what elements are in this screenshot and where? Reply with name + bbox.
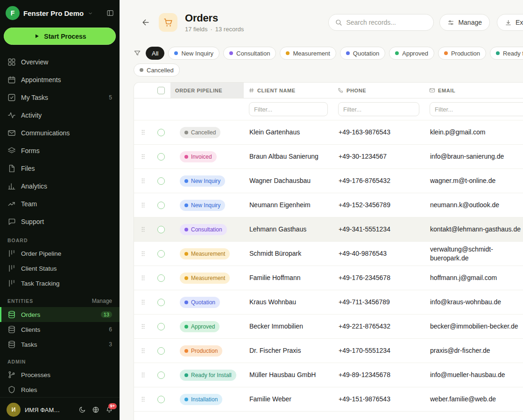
table-row[interactable]: New Inquiry Wagner Dachausbau +49-176-87… — [134, 169, 523, 193]
row-checkbox[interactable] — [157, 347, 165, 355]
export-button[interactable]: Export — [497, 14, 523, 31]
avatar[interactable]: И — [7, 403, 21, 417]
table-row[interactable]: Ready for Install Müller Hausbau GmbH +4… — [134, 363, 523, 387]
sidebar-item-team[interactable]: Team — [0, 195, 120, 213]
status-badge[interactable]: Measurement — [180, 273, 230, 284]
table-row[interactable]: Production Dr. Fischer Praxis +49-170-55… — [134, 339, 523, 363]
row-checkbox[interactable] — [157, 202, 165, 209]
row-checkbox[interactable] — [157, 371, 165, 379]
sidebar-item-order-pipeline[interactable]: Order Pipeline — [0, 246, 120, 261]
table-row[interactable]: Measurement Schmidt Büropark +49-40-9876… — [134, 242, 523, 266]
drag-handle[interactable] — [134, 274, 152, 281]
column-header-phone[interactable]: PHONE — [333, 83, 424, 98]
drag-handle[interactable] — [134, 177, 152, 184]
sidebar-item-activity[interactable]: Activity — [0, 106, 120, 124]
notifications-button[interactable]: 9+ — [106, 406, 113, 413]
user-name[interactable]: ИМЯ ФАМИ… — [25, 406, 64, 413]
table-row[interactable]: Cancelled Klein Gartenhaus +49-163-98765… — [134, 120, 523, 145]
drag-handle[interactable] — [134, 226, 152, 233]
status-badge[interactable]: New Inquiry — [180, 200, 225, 211]
status-badge[interactable]: New Inquiry — [180, 175, 225, 187]
sidebar-item-overview[interactable]: Overview — [0, 53, 120, 71]
row-checkbox[interactable] — [157, 177, 165, 185]
moon-icon[interactable] — [78, 406, 86, 413]
sidebar-item-support[interactable]: Support — [0, 213, 120, 231]
chevron-down-icon[interactable] — [87, 10, 93, 16]
filter-chip-cancelled[interactable]: Cancelled — [134, 63, 180, 77]
filter-input-phone[interactable] — [338, 102, 419, 116]
status-badge[interactable]: Invoiced — [180, 151, 217, 162]
sidebar-item-task-tracking[interactable]: Task Tracking — [0, 276, 120, 291]
table-row[interactable]: New Inquiry Neumann Eigenheim +49-152-34… — [134, 193, 523, 217]
filter-chip-production[interactable]: Production — [438, 47, 486, 60]
row-checkbox[interactable] — [157, 323, 165, 330]
status-badge[interactable]: Installation — [180, 394, 222, 405]
sidebar-item-analytics[interactable]: Analytics — [0, 177, 120, 195]
workspace-logo[interactable]: F — [6, 6, 20, 20]
filter-chip-measurement[interactable]: Measurement — [280, 47, 336, 60]
sidebar-item-appointments[interactable]: Appointments — [0, 71, 120, 89]
table-row[interactable]: Quotation Kraus Wohnbau +49-711-3456789 … — [134, 290, 523, 315]
status-badge[interactable]: Production — [180, 345, 222, 357]
row-checkbox[interactable] — [157, 250, 165, 258]
drag-handle[interactable] — [134, 129, 152, 136]
row-checkbox[interactable] — [157, 299, 165, 306]
sidebar-item-roles[interactable]: Roles — [0, 382, 120, 397]
row-checkbox[interactable] — [157, 129, 165, 136]
panel-icon[interactable] — [106, 9, 114, 17]
globe-icon[interactable] — [92, 406, 99, 413]
filter-chip-approved[interactable]: Approved — [389, 47, 434, 60]
status-badge[interactable]: Consultation — [180, 224, 227, 235]
sidebar-item-my-tasks[interactable]: My Tasks5 — [0, 89, 120, 106]
sidebar-item-tasks[interactable]: Tasks3 — [0, 337, 120, 352]
status-badge[interactable]: Approved — [180, 321, 219, 332]
sidebar-item-clients[interactable]: Clients6 — [0, 322, 120, 337]
drag-handle[interactable] — [134, 202, 152, 209]
status-badge[interactable]: Cancelled — [180, 127, 220, 138]
section-action-manage[interactable]: Manage — [92, 298, 112, 304]
table-row[interactable]: Consultation Lehmann Gasthaus +49-341-55… — [134, 217, 523, 242]
row-checkbox[interactable] — [157, 274, 165, 282]
filter-chip-consultation[interactable]: Consultation — [223, 47, 276, 60]
search-input[interactable] — [346, 19, 427, 26]
back-button[interactable] — [138, 15, 153, 30]
drag-handle[interactable] — [134, 153, 152, 160]
filter-chip-all[interactable]: All — [146, 47, 164, 60]
sidebar-item-processes[interactable]: Processes — [0, 367, 120, 382]
workspace-switcher[interactable]: F Fenster Pro Demo — [0, 0, 120, 25]
sidebar-item-forms[interactable]: Forms — [0, 142, 120, 160]
filter-chip-quotation[interactable]: Quotation — [340, 47, 385, 60]
sidebar-item-orders[interactable]: Orders13 — [0, 307, 120, 322]
filter-chip-new-inquiry[interactable]: New Inquiry — [168, 47, 219, 60]
select-all-checkbox[interactable] — [157, 87, 165, 94]
table-row[interactable]: Invoiced Braun Altbau Sanierung +49-30-1… — [134, 145, 523, 169]
column-header-client-name[interactable]: CLIENT NAME — [244, 83, 333, 98]
drag-handle[interactable] — [134, 347, 152, 354]
drag-handle[interactable] — [134, 299, 152, 306]
table-row[interactable] — [134, 412, 523, 420]
start-process-button[interactable]: Start Process — [4, 28, 116, 45]
table-row[interactable]: Measurement Familie Hoffmann +49-176-234… — [134, 266, 523, 290]
drag-handle[interactable] — [134, 250, 152, 257]
status-badge[interactable]: Ready for Install — [180, 370, 236, 381]
row-checkbox[interactable] — [157, 396, 165, 403]
status-badge[interactable]: Quotation — [180, 297, 220, 308]
row-checkbox[interactable] — [157, 153, 165, 161]
sidebar-item-client-status[interactable]: Client Status — [0, 261, 120, 276]
drag-handle[interactable] — [134, 323, 152, 330]
table-row[interactable]: Approved Becker Immobilien +49-221-87654… — [134, 315, 523, 339]
column-header-order-pipeline[interactable]: ORDER PIPELINE — [170, 83, 244, 98]
table-row[interactable]: Installation Familie Weber +49-151-98765… — [134, 387, 523, 412]
sidebar-item-communications[interactable]: Communications — [0, 124, 120, 142]
sidebar-item-files[interactable]: Files — [0, 160, 120, 177]
funnel-icon[interactable] — [134, 49, 141, 57]
status-badge[interactable]: Measurement — [180, 248, 230, 259]
drag-handle[interactable] — [134, 396, 152, 403]
filter-input-client-name[interactable] — [249, 102, 328, 116]
column-header-email[interactable]: EMAIL — [424, 83, 523, 98]
drag-handle[interactable] — [134, 371, 152, 378]
filter-chip-ready-for-install[interactable]: Ready for Install — [490, 47, 523, 60]
filter-input-email[interactable] — [430, 102, 523, 116]
manage-button[interactable]: Manage — [439, 14, 490, 31]
row-checkbox[interactable] — [157, 226, 165, 233]
